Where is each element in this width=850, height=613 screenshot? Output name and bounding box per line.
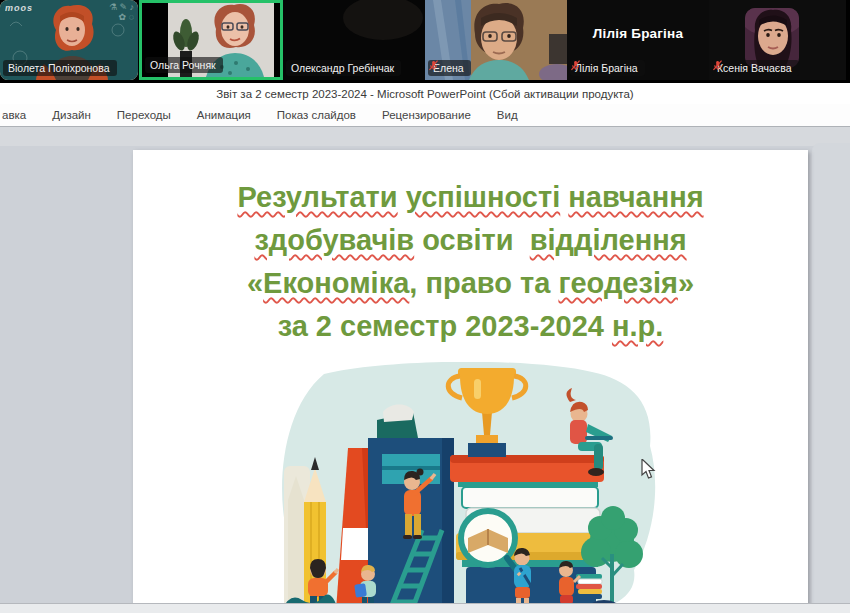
slide-canvas[interactable]: Результати успішності навчанняздобувачів… [133, 150, 808, 613]
participant-tile-violeta[interactable]: moos ⚗ ✎ ♪✿ ◌ Віолета Поліхронова [0, 0, 138, 80]
slide-title-line: «Економіка, право та геодезія» [133, 262, 808, 305]
participant-tile-olga-active-speaker[interactable]: Ольга Рочняк [139, 0, 283, 80]
slide-illustration [282, 362, 660, 613]
chalkboard-doodles-decor: ⚗ ✎ ♪✿ ◌ [82, 2, 134, 22]
menu-tab-4[interactable]: Анимация [184, 109, 264, 121]
participant-tile-oleksandr[interactable]: Олександр Гребінчак [283, 0, 425, 80]
participant-name-tag: Елена [428, 60, 471, 76]
powerpoint-title-bar[interactable]: Звіт за 2 семестр 2023-2024 - Microsoft … [0, 83, 850, 104]
menu-tab-2[interactable]: Дизайн [39, 109, 104, 121]
participant-name: Ксенія Вачаєва [717, 62, 792, 74]
meeting-screen-share: moos ⚗ ✎ ♪✿ ◌ Віолета Поліхронова [0, 0, 850, 613]
participant-tile-elena[interactable]: Елена [425, 0, 567, 80]
white-book-1 [462, 487, 598, 508]
participant-name: Лілія Брагіна [575, 62, 638, 74]
participant-name-tag: Ольга Рочняк [145, 57, 223, 73]
participant-name-tag: Віолета Поліхронова [3, 60, 117, 76]
muted-mic-icon [712, 60, 723, 71]
menu-tab-5[interactable]: Показ слайдов [264, 109, 369, 121]
muted-mic-icon [570, 60, 581, 71]
slide-title-line: здобувачів освіти відділення [133, 219, 808, 262]
scrollbar-area[interactable] [812, 143, 850, 613]
participant-name-tag: Ксенія Вачаєва [712, 60, 799, 76]
participant-tile-kseniya[interactable]: Ксенія Вачаєва [709, 0, 846, 80]
document-area: Результати успішності навчанняздобувачів… [0, 127, 850, 613]
menu-tab-1[interactable]: авка [0, 109, 39, 121]
slide-title-line: Результати успішності навчання [133, 176, 808, 219]
menu-tab-7[interactable]: Вид [484, 109, 531, 121]
menu-tab-3[interactable]: Переходы [104, 109, 184, 121]
participant-name: Олександр Гребінчак [291, 62, 394, 74]
slide-title-text: Результати успішності навчанняздобувачів… [133, 176, 808, 348]
powerpoint-status-bar [0, 603, 850, 613]
moos-logo: moos [5, 3, 33, 13]
participant-video-strip: moos ⚗ ✎ ♪✿ ◌ Віолета Поліхронова [0, 0, 850, 83]
muted-mic-icon [428, 60, 439, 71]
menu-tab-6[interactable]: Рецензирование [369, 109, 484, 121]
participant-name-tag: Лілія Брагіна [570, 60, 645, 76]
participant-name-tag: Олександр Гребінчак [286, 60, 401, 76]
slide-title-line: за 2 семестр 2023-2024 н.р. [133, 305, 808, 348]
participant-display-name: Лілія Брагіна [567, 26, 709, 41]
window-title: Звіт за 2 семестр 2023-2024 - Microsoft … [216, 88, 633, 100]
mouse-cursor [641, 459, 656, 480]
participant-tile-liliya[interactable]: Лілія Брагіна Лілія Брагіна [567, 0, 709, 80]
ribbon-tab-bar: авкаДизайнПереходыАнимацияПоказ слайдовР… [0, 104, 850, 127]
participant-name: Віолета Поліхронова [8, 62, 110, 74]
participant-name: Ольга Рочняк [150, 59, 216, 71]
